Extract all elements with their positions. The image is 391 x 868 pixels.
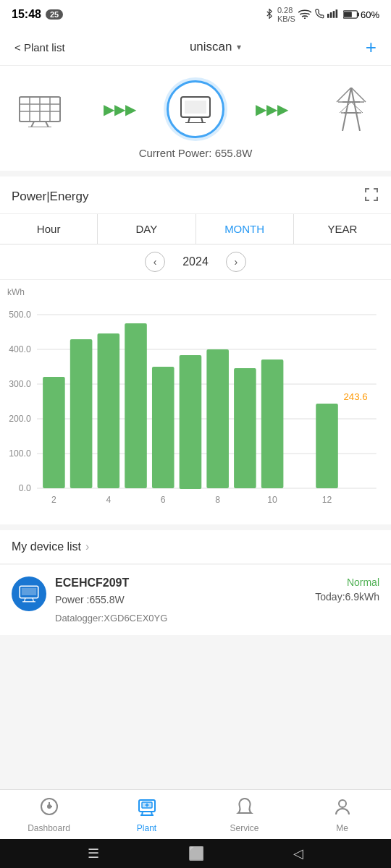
status-bar: 15:48 25 0.28KB/S 60% (0, 0, 391, 29)
current-power-display: Current Power: 655.8W (139, 147, 253, 159)
signal-icon (327, 9, 340, 21)
bar-month-10 (261, 359, 284, 488)
prev-year-button[interactable]: ‹ (145, 252, 165, 272)
plant-icon (138, 797, 156, 820)
next-year-button[interactable]: › (226, 252, 246, 272)
svg-rect-7 (344, 12, 352, 17)
svg-text:12: 12 (322, 495, 332, 505)
svg-rect-3 (333, 11, 335, 18)
svg-text:8: 8 (215, 495, 220, 505)
bar-month-12 (316, 404, 338, 488)
battery-icon: 60% (343, 9, 379, 20)
tab-month[interactable]: MONTH (196, 214, 294, 244)
plant-selector[interactable]: uniscan ▾ (190, 40, 241, 54)
status-time: 15:48 25 (12, 8, 63, 21)
back-button[interactable]: < Plant list (14, 41, 65, 54)
svg-text:200.0: 200.0 (9, 414, 31, 424)
svg-line-17 (46, 122, 49, 127)
svg-rect-6 (358, 12, 359, 16)
dashboard-icon (40, 797, 59, 820)
dashboard-label: Dashboard (28, 823, 70, 833)
wifi-icon (298, 9, 311, 21)
svg-text:0.0: 0.0 (19, 483, 31, 493)
flow-arrows-right: ▶▶▶ (224, 101, 319, 118)
device-card: ECEHCF209T Power :655.8W Datalogger:XGD6… (0, 565, 391, 635)
plant-name-label: uniscan (190, 40, 232, 54)
bar-chart: 500.0 400.0 300.0 200.0 100.0 0.0 (0, 300, 384, 517)
app-header: < Plant list uniscan ▾ + (0, 29, 391, 66)
nav-plant[interactable]: Plant (98, 797, 196, 833)
chevron-right-icon: › (85, 540, 89, 553)
current-power-value: 655.8W (215, 147, 253, 159)
svg-rect-58 (22, 588, 36, 595)
add-button[interactable]: + (366, 38, 377, 56)
tab-hour[interactable]: Hour (0, 214, 98, 244)
svg-text:300.0: 300.0 (9, 379, 31, 389)
bar-month-8 (206, 349, 229, 488)
expand-icon[interactable] (363, 187, 379, 206)
center-device-icon (167, 80, 224, 138)
device-main-info: ECEHCF209T Power :655.8W Datalogger:XGD6… (12, 576, 167, 624)
svg-line-35 (351, 102, 363, 113)
device-list-title: My device list (12, 540, 81, 553)
time-tabs: Hour DAY MONTH YEAR (0, 214, 391, 244)
notification-badge: 25 (46, 9, 63, 20)
nav-service[interactable]: Service (196, 797, 293, 833)
power-flow-section: ▶▶▶ ▶▶▶ (0, 66, 391, 171)
bar-month-9 (234, 368, 256, 488)
solar-panel-icon (7, 91, 72, 127)
device-status: Normal (315, 576, 379, 588)
chevron-down-icon: ▾ (237, 42, 241, 52)
service-label: Service (230, 823, 258, 833)
system-bar: ☰ ⬜ ◁ (0, 839, 391, 868)
tab-year[interactable]: YEAR (294, 214, 391, 244)
menu-button[interactable]: ☰ (88, 846, 99, 861)
bar-month-2 (43, 377, 65, 488)
svg-point-60 (48, 805, 51, 808)
time-display: 15:48 (12, 8, 41, 21)
tab-day[interactable]: DAY (98, 214, 196, 244)
svg-rect-23 (185, 101, 206, 114)
svg-rect-1 (327, 14, 329, 18)
current-power-label: Current Power: (139, 147, 212, 159)
device-list-header[interactable]: My device list › (0, 530, 391, 564)
call-icon (314, 9, 324, 21)
nav-dashboard[interactable]: Dashboard (0, 797, 98, 833)
svg-text:10: 10 (267, 495, 277, 505)
svg-rect-4 (336, 9, 338, 18)
y-axis-label: kWh (0, 287, 384, 297)
home-button[interactable]: ⬜ (188, 846, 204, 861)
year-navigator: ‹ 2024 › (0, 244, 391, 280)
service-icon (235, 797, 254, 820)
bar-month-5 (125, 323, 147, 488)
section-title: Power|Energy (12, 190, 88, 204)
device-status-section: Normal Today:6.9kWh (315, 576, 379, 603)
device-icon (12, 576, 46, 611)
svg-point-0 (304, 17, 306, 19)
me-label: Me (336, 823, 348, 833)
back-gesture-button[interactable]: ◁ (293, 846, 303, 861)
device-details: ECEHCF209T Power :655.8W Datalogger:XGD6… (55, 576, 167, 624)
device-power: Power :655.8W (55, 594, 167, 605)
nav-me[interactable]: Me (293, 797, 391, 833)
battery-percent: 60% (361, 9, 379, 20)
status-icons: 0.28KB/S 60% (264, 6, 379, 23)
bluetooth-icon (264, 9, 274, 21)
device-datalogger: Datalogger:XGD6CEX0YG (55, 613, 167, 624)
bar-month-7 (180, 355, 202, 489)
plant-label: Plant (137, 823, 156, 833)
svg-line-16 (31, 122, 34, 127)
svg-line-21 (201, 117, 203, 123)
me-icon (333, 797, 352, 820)
svg-rect-2 (330, 12, 332, 18)
year-label: 2024 (182, 255, 209, 268)
svg-text:2: 2 (51, 495, 56, 505)
bottom-navigation: Dashboard Plant Service (0, 789, 391, 839)
chart-svg: 500.0 400.0 300.0 200.0 100.0 0.0 (0, 300, 384, 517)
svg-text:6: 6 (161, 495, 166, 505)
section-header: Power|Energy (0, 176, 391, 214)
svg-line-34 (340, 102, 351, 113)
last-bar-label: 243.6 (343, 391, 367, 402)
svg-text:4: 4 (106, 495, 111, 505)
svg-line-20 (188, 117, 190, 123)
